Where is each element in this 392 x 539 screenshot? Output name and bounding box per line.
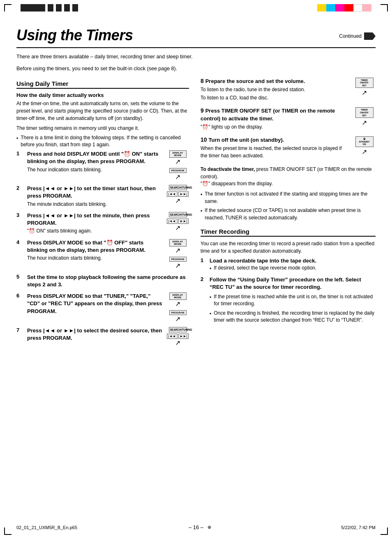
tr-step-1-label: Load a recordable tape into the tape dec…	[210, 257, 316, 265]
step-10: 10 Turn off the unit (on standby). When …	[201, 136, 376, 159]
step-8-icon: TIMERON/OFFSET ↗	[353, 78, 376, 97]
tr-step-2-bullet-2: • Once the recording is finished, the re…	[201, 310, 376, 324]
step-10-icon: ⏻STANDBYON ↗	[353, 136, 376, 156]
step-2: 2 Press |◄◄ or ►►| to set the timer star…	[16, 185, 189, 208]
footer-left: 02_01_21_UXM5R_B_En.p65	[16, 525, 77, 530]
step-5-num: 5	[16, 274, 25, 288]
step-3-icon: SEARCH/TUNING |◄◄ ►►| ↗	[166, 212, 189, 232]
tr-step-2-num: 2	[201, 276, 208, 291]
right-bullet-1: • The timer function is not activated if…	[201, 191, 376, 205]
step-8-desc2: To listen to a CD, load the disc.	[201, 94, 350, 101]
step-8-label: Prepare the source and set the volume.	[205, 78, 305, 84]
step-2-icon: SEARCH/TUNING |◄◄ ►►| ↗	[166, 185, 189, 205]
step-6-icon: DISPLAYMODE ↗ PROGRAM ↗	[166, 293, 189, 323]
step-1: 1 Press and hold DISPLAY MODE until "⏰ O…	[16, 150, 189, 181]
footer-compass: ⊕	[208, 525, 211, 530]
tr-step-1: 1 Load a recordable tape into the tape d…	[201, 257, 376, 273]
step-2-label: Press |◄◄ or ►►| to set the timer start …	[27, 185, 163, 200]
step-7: 7 Press |◄◄ or ►►| to select the desired…	[16, 327, 189, 347]
step-10-label: Turn off the unit (on standby).	[208, 137, 284, 143]
step-4-num: 4	[16, 239, 25, 262]
step-9-icon: TIMERON/OFFSET ↗	[353, 107, 376, 127]
bullet-time-limit: • There is a time limit in doing the fol…	[16, 134, 189, 149]
how-it-works-title: How the daily timer actually works	[16, 92, 189, 98]
daily-timer-title: Using Daily Timer	[16, 80, 189, 89]
step-1-icon: DISPLAYMODE ↗ PROGRAM ↗	[166, 150, 189, 181]
step-2-num: 2	[16, 185, 25, 208]
step-4: 4 Press DISPLAY MODE so that "⏰ OFF" sta…	[16, 239, 189, 270]
tr-step-2-label: Follow the “Using Daily Timer” procedure…	[210, 276, 376, 291]
intro-text2: Before using the timers, you need to set…	[16, 65, 376, 73]
step-3-desc: "⏰ ON" starts blinking again.	[27, 228, 163, 235]
step-10-num: 10	[201, 136, 208, 143]
daily-timer-desc1: At the timer-on time, the unit automatic…	[16, 100, 189, 122]
step-4-label: Press DISPLAY MODE so that "⏰ OFF" start…	[27, 239, 163, 254]
step-3-label: Press |◄◄ or ►►| to set the minute, then…	[27, 212, 163, 227]
step-8: 8 Prepare the source and set the volume.…	[201, 78, 376, 102]
right-column: 8 Prepare the source and set the volume.…	[201, 78, 376, 351]
footer-right: 5/22/02, 7:42 PM	[341, 525, 376, 530]
continued-arrow	[364, 32, 376, 40]
timer-recording-section: Timer Recording You can use the recordin…	[201, 228, 376, 324]
step-5: 5 Set the time to stop playback followin…	[16, 274, 189, 288]
step-7-label: Press |◄◄ or ►►| to select the desired s…	[27, 327, 163, 342]
step-6-num: 6	[16, 293, 25, 315]
daily-timer-desc2: The timer setting remains in memory unti…	[16, 124, 189, 132]
step-1-label: Press and hold DISPLAY MODE until "⏰ ON"…	[27, 150, 163, 165]
tr-step-2-bullet-1: • If the preset time is reached while th…	[201, 293, 376, 308]
step-9-label: Press TIMER ON/OFF SET (or TIMER on the …	[201, 108, 335, 121]
step-10-desc1: When the preset time is reached, the sel…	[201, 145, 350, 159]
step-5-label: Set the time to stop playback following …	[27, 274, 189, 288]
step-9-num: 9	[201, 107, 205, 114]
step-1-desc: The hour indication starts blinking.	[27, 166, 163, 173]
step-3: 3 Press |◄◄ or ►►| to set the minute, th…	[16, 212, 189, 235]
step-2-desc: The minute indication starts blinking.	[27, 201, 163, 208]
step-6-label: Press DISPLAY MODE so that "TUNER," "TAP…	[27, 293, 163, 315]
page-title: Using the Timers	[16, 27, 133, 44]
page-footer: 02_01_21_UXM5R_B_En.p65 – 16 – ⊕ 5/22/02…	[0, 525, 392, 530]
intro-block: There are three timers available – daily…	[16, 53, 376, 73]
right-bullet-2: • If the selected source (CD or TAPE) is…	[201, 207, 376, 221]
step-4-desc: The hour indication starts blinking.	[27, 255, 163, 262]
step-4-icon: DISPLAYMODE ↗ PROGRAM ↗	[166, 239, 189, 270]
deactivate-note: To deactivate the timer, press TIMER ON/…	[201, 166, 376, 187]
header: Using the Timers Continued	[16, 27, 376, 44]
step-8-desc1: To listen to the radio, tune in the desi…	[201, 86, 350, 93]
timer-recording-title: Timer Recording	[201, 228, 376, 237]
tr-step-1-num: 1	[201, 257, 208, 265]
step-1-num: 1	[16, 150, 25, 173]
step-7-icon: SEARCH/TUNING |◄◄ ►►| ↗	[166, 327, 189, 347]
intro-text1: There are three timers available – daily…	[16, 53, 376, 61]
step-9-desc: "⏰" lights up on the display.	[201, 124, 350, 131]
timer-recording-desc: You can use the recording timer to recor…	[201, 240, 376, 255]
step-6: 6 Press DISPLAY MODE so that "TUNER," "T…	[16, 293, 189, 323]
tr-step-2: 2 Follow the “Using Daily Timer” procedu…	[201, 276, 376, 324]
step-9: 9 Press TIMER ON/OFF SET (or TIMER on th…	[201, 107, 376, 131]
step-3-num: 3	[16, 212, 25, 235]
title-divider	[16, 47, 376, 48]
step-7-num: 7	[16, 327, 25, 342]
step-8-num: 8	[201, 78, 205, 84]
page-number: – 16 –	[189, 524, 203, 530]
left-column: Using Daily Timer How the daily timer ac…	[16, 78, 189, 351]
main-content: Using Daily Timer How the daily timer ac…	[16, 78, 376, 351]
tr-step-1-bullet: • If desired, select the tape reverse mo…	[201, 265, 376, 272]
continued-label: Continued	[339, 32, 376, 40]
